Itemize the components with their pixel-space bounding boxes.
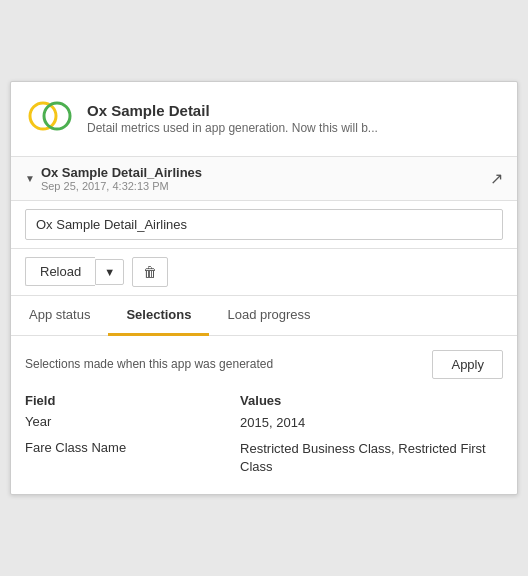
table-row: Fare Class Name Restricted Business Clas…: [25, 440, 503, 476]
cell-values-0: 2015, 2014: [240, 414, 503, 432]
chevron-down-icon[interactable]: ▼: [25, 173, 35, 184]
tab-load-progress[interactable]: Load progress: [209, 296, 328, 336]
selections-description: Selections made when this app was genera…: [25, 357, 273, 371]
col-header-field: Field: [25, 393, 240, 408]
cell-field-0: Year: [25, 414, 240, 429]
table-row: Year 2015, 2014: [25, 414, 503, 432]
delete-button[interactable]: 🗑: [132, 257, 168, 287]
external-link-icon[interactable]: ↗: [490, 169, 503, 188]
header: Ox Sample Detail Detail metrics used in …: [11, 82, 517, 157]
reload-dropdown-button[interactable]: ▼: [95, 259, 124, 285]
app-name-input[interactable]: [25, 209, 503, 240]
reload-button[interactable]: Reload: [25, 257, 95, 286]
cell-field-1: Fare Class Name: [25, 440, 240, 455]
subheader-left: ▼ Ox Sample Detail_Airlines Sep 25, 2017…: [25, 165, 202, 192]
button-row: Reload ▼ 🗑: [11, 249, 517, 296]
tab-selections[interactable]: Selections: [108, 296, 209, 336]
selections-header: Selections made when this app was genera…: [25, 350, 503, 379]
tabs: App status Selections Load progress: [11, 296, 517, 336]
app-instance-date: Sep 25, 2017, 4:32:13 PM: [41, 180, 202, 192]
tab-content-selections: Selections made when this app was genera…: [11, 336, 517, 495]
app-title: Ox Sample Detail: [87, 102, 378, 119]
tab-app-status[interactable]: App status: [11, 296, 108, 336]
app-subtitle: Detail metrics used in app generation. N…: [87, 121, 378, 135]
panel: Ox Sample Detail Detail metrics used in …: [10, 81, 518, 496]
subheader-info: Ox Sample Detail_Airlines Sep 25, 2017, …: [41, 165, 202, 192]
app-logo: [25, 94, 75, 144]
header-text: Ox Sample Detail Detail metrics used in …: [87, 102, 378, 135]
app-instance-name: Ox Sample Detail_Airlines: [41, 165, 202, 180]
input-row: [11, 201, 517, 249]
subheader: ▼ Ox Sample Detail_Airlines Sep 25, 2017…: [11, 157, 517, 201]
col-header-values: Values: [240, 393, 503, 408]
cell-values-1: Restricted Business Class, Restricted Fi…: [240, 440, 503, 476]
apply-button[interactable]: Apply: [432, 350, 503, 379]
table-header: Field Values: [25, 393, 503, 408]
selections-table: Field Values Year 2015, 2014 Fare Class …: [25, 393, 503, 477]
